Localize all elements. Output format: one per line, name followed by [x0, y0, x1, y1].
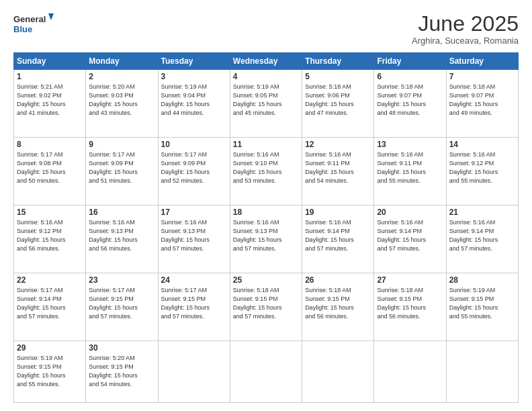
calendar-week-row: 29Sunrise: 5:19 AM Sunset: 9:15 PM Dayli… [14, 341, 519, 403]
day-number: 5 [305, 72, 371, 81]
table-row: 27Sunrise: 5:18 AM Sunset: 9:15 PM Dayli… [374, 273, 446, 341]
day-number: 12 [305, 140, 371, 149]
col-wednesday: Wednesday [230, 53, 302, 70]
day-number: 15 [17, 208, 83, 217]
table-row: 8Sunrise: 5:17 AM Sunset: 9:08 PM Daylig… [14, 138, 86, 205]
col-saturday: Saturday [446, 53, 518, 70]
day-info: Sunrise: 5:16 AM Sunset: 9:11 PM Dayligh… [305, 150, 371, 185]
table-row: 14Sunrise: 5:16 AM Sunset: 9:12 PM Dayli… [446, 138, 518, 205]
title-block: June 2025 Arghira, Suceava, Romania [412, 12, 519, 46]
day-info: Sunrise: 5:16 AM Sunset: 9:12 PM Dayligh… [449, 150, 515, 185]
table-row: 7Sunrise: 5:18 AM Sunset: 9:07 PM Daylig… [446, 70, 518, 138]
table-row: 2Sunrise: 5:20 AM Sunset: 9:03 PM Daylig… [86, 70, 158, 138]
table-row: 28Sunrise: 5:19 AM Sunset: 9:15 PM Dayli… [446, 273, 518, 341]
table-row: 25Sunrise: 5:18 AM Sunset: 9:15 PM Dayli… [230, 273, 302, 341]
day-info: Sunrise: 5:16 AM Sunset: 9:12 PM Dayligh… [17, 218, 83, 253]
table-row [374, 341, 446, 403]
day-number: 20 [377, 208, 443, 217]
table-row: 12Sunrise: 5:16 AM Sunset: 9:11 PM Dayli… [302, 138, 374, 205]
day-info: Sunrise: 5:16 AM Sunset: 9:13 PM Dayligh… [233, 218, 299, 253]
table-row: 11Sunrise: 5:16 AM Sunset: 9:10 PM Dayli… [230, 138, 302, 205]
table-row [158, 341, 230, 403]
table-row [230, 341, 302, 403]
day-number: 27 [377, 275, 443, 285]
day-info: Sunrise: 5:18 AM Sunset: 9:15 PM Dayligh… [377, 286, 443, 321]
table-row: 15Sunrise: 5:16 AM Sunset: 9:12 PM Dayli… [14, 205, 86, 273]
day-info: Sunrise: 5:18 AM Sunset: 9:07 PM Dayligh… [449, 83, 515, 118]
day-number: 16 [89, 208, 154, 217]
day-number: 29 [17, 343, 83, 353]
day-number: 10 [161, 140, 227, 149]
table-row: 29Sunrise: 5:19 AM Sunset: 9:15 PM Dayli… [14, 341, 86, 403]
col-friday: Friday [374, 53, 446, 70]
day-number: 26 [305, 275, 371, 285]
day-info: Sunrise: 5:16 AM Sunset: 9:14 PM Dayligh… [305, 218, 371, 253]
day-number: 30 [89, 343, 154, 353]
calendar-week-row: 22Sunrise: 5:17 AM Sunset: 9:14 PM Dayli… [14, 273, 519, 341]
day-info: Sunrise: 5:19 AM Sunset: 9:15 PM Dayligh… [17, 354, 83, 389]
svg-text:General: General [13, 14, 46, 24]
location: Arghira, Suceava, Romania [412, 36, 519, 46]
calendar-week-row: 15Sunrise: 5:16 AM Sunset: 9:12 PM Dayli… [14, 205, 519, 273]
day-number: 3 [161, 72, 227, 81]
day-info: Sunrise: 5:17 AM Sunset: 9:15 PM Dayligh… [89, 286, 154, 321]
calendar-week-row: 8Sunrise: 5:17 AM Sunset: 9:08 PM Daylig… [14, 138, 519, 205]
day-number: 23 [89, 275, 154, 285]
day-info: Sunrise: 5:16 AM Sunset: 9:13 PM Dayligh… [89, 218, 154, 253]
logo-svg: General Blue [13, 12, 54, 36]
day-info: Sunrise: 5:20 AM Sunset: 9:15 PM Dayligh… [89, 354, 154, 389]
header: General Blue June 2025 Arghira, Suceava,… [13, 12, 519, 46]
table-row: 10Sunrise: 5:17 AM Sunset: 9:09 PM Dayli… [158, 138, 230, 205]
table-row: 22Sunrise: 5:17 AM Sunset: 9:14 PM Dayli… [14, 273, 86, 341]
day-number: 17 [161, 208, 227, 217]
calendar-header-row: Sunday Monday Tuesday Wednesday Thursday… [14, 53, 519, 70]
table-row [446, 341, 518, 403]
day-number: 13 [377, 140, 443, 149]
page: General Blue June 2025 Arghira, Suceava,… [0, 0, 532, 411]
table-row: 21Sunrise: 5:16 AM Sunset: 9:14 PM Dayli… [446, 205, 518, 273]
day-info: Sunrise: 5:20 AM Sunset: 9:03 PM Dayligh… [89, 83, 154, 118]
svg-marker-2 [48, 13, 54, 20]
day-info: Sunrise: 5:17 AM Sunset: 9:15 PM Dayligh… [161, 286, 227, 321]
table-row: 9Sunrise: 5:17 AM Sunset: 9:09 PM Daylig… [86, 138, 158, 205]
day-info: Sunrise: 5:17 AM Sunset: 9:14 PM Dayligh… [17, 286, 83, 321]
day-number: 9 [89, 140, 154, 149]
day-number: 24 [161, 275, 227, 285]
day-info: Sunrise: 5:16 AM Sunset: 9:11 PM Dayligh… [377, 150, 443, 185]
calendar-table: Sunday Monday Tuesday Wednesday Thursday… [13, 52, 519, 403]
day-number: 22 [17, 275, 83, 285]
table-row: 20Sunrise: 5:16 AM Sunset: 9:14 PM Dayli… [374, 205, 446, 273]
table-row: 24Sunrise: 5:17 AM Sunset: 9:15 PM Dayli… [158, 273, 230, 341]
table-row: 1Sunrise: 5:21 AM Sunset: 9:02 PM Daylig… [14, 70, 86, 138]
day-info: Sunrise: 5:16 AM Sunset: 9:14 PM Dayligh… [449, 218, 515, 253]
day-info: Sunrise: 5:19 AM Sunset: 9:15 PM Dayligh… [449, 286, 515, 321]
day-number: 18 [233, 208, 299, 217]
day-number: 25 [233, 275, 299, 285]
month-title: June 2025 [412, 12, 519, 36]
table-row: 4Sunrise: 5:19 AM Sunset: 9:05 PM Daylig… [230, 70, 302, 138]
day-info: Sunrise: 5:18 AM Sunset: 9:15 PM Dayligh… [305, 286, 371, 321]
day-number: 21 [449, 208, 515, 217]
day-number: 11 [233, 140, 299, 149]
day-number: 1 [17, 72, 83, 81]
table-row [302, 341, 374, 403]
day-info: Sunrise: 5:18 AM Sunset: 9:15 PM Dayligh… [233, 286, 299, 321]
table-row: 26Sunrise: 5:18 AM Sunset: 9:15 PM Dayli… [302, 273, 374, 341]
day-info: Sunrise: 5:19 AM Sunset: 9:05 PM Dayligh… [233, 83, 299, 118]
day-info: Sunrise: 5:16 AM Sunset: 9:10 PM Dayligh… [233, 150, 299, 185]
day-info: Sunrise: 5:18 AM Sunset: 9:06 PM Dayligh… [305, 83, 371, 118]
day-info: Sunrise: 5:17 AM Sunset: 9:09 PM Dayligh… [161, 150, 227, 185]
table-row: 16Sunrise: 5:16 AM Sunset: 9:13 PM Dayli… [86, 205, 158, 273]
day-info: Sunrise: 5:16 AM Sunset: 9:13 PM Dayligh… [161, 218, 227, 253]
table-row: 17Sunrise: 5:16 AM Sunset: 9:13 PM Dayli… [158, 205, 230, 273]
day-info: Sunrise: 5:17 AM Sunset: 9:09 PM Dayligh… [89, 150, 154, 185]
day-number: 28 [449, 275, 515, 285]
col-sunday: Sunday [14, 53, 86, 70]
svg-text:Blue: Blue [13, 24, 32, 34]
table-row: 18Sunrise: 5:16 AM Sunset: 9:13 PM Dayli… [230, 205, 302, 273]
day-number: 4 [233, 72, 299, 81]
day-number: 8 [17, 140, 83, 149]
table-row: 19Sunrise: 5:16 AM Sunset: 9:14 PM Dayli… [302, 205, 374, 273]
day-info: Sunrise: 5:16 AM Sunset: 9:14 PM Dayligh… [377, 218, 443, 253]
day-number: 14 [449, 140, 515, 149]
